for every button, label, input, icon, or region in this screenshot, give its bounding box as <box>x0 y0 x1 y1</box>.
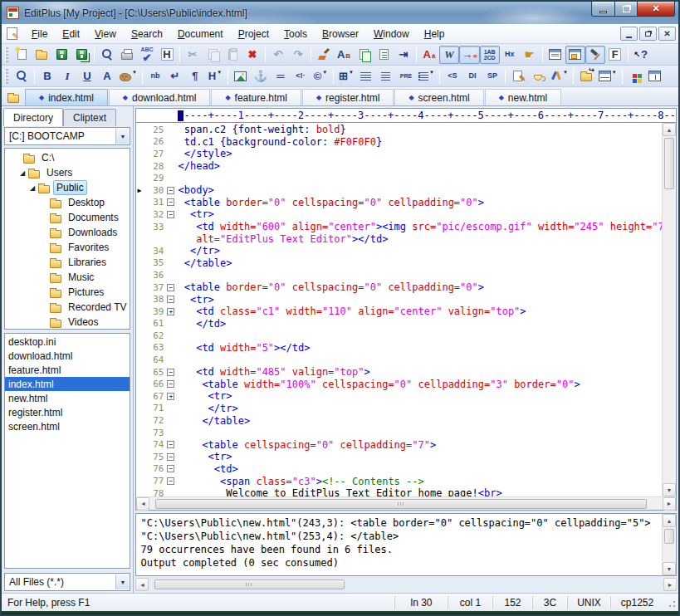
copy-html-button[interactable] <box>354 46 374 64</box>
image-button[interactable] <box>231 67 251 86</box>
fold-collapse-icon[interactable]: − <box>167 284 174 291</box>
find-button[interactable]: AB <box>334 46 354 64</box>
file-item-desktopini[interactable]: desktop.ini <box>5 335 130 349</box>
auto-indent-button[interactable]: →= <box>459 46 480 64</box>
print-preview-button[interactable] <box>97 46 117 64</box>
document-menu-icon[interactable] <box>7 27 17 40</box>
fold-collapse-icon[interactable]: − <box>167 380 174 388</box>
project-folder-button[interactable] <box>3 89 23 105</box>
cliptext-window-button[interactable] <box>545 46 565 64</box>
word-wrap-button[interactable]: W <box>439 46 459 64</box>
toolbar-grip[interactable] <box>5 47 8 62</box>
output-text[interactable]: "C:\Users\Public\new.html"(243,3): <tabl… <box>136 514 662 575</box>
tree-expanded-icon[interactable]: ◢ <box>20 169 28 177</box>
heading-button[interactable]: H▼ <box>205 67 225 86</box>
menu-tools[interactable]: Tools <box>276 26 315 42</box>
user-tool-button[interactable]: ☛ <box>520 46 540 64</box>
directory-window-button[interactable] <box>565 46 585 64</box>
fold-collapse-icon[interactable]: − <box>167 441 174 448</box>
chevron-down-icon[interactable]: ▼ <box>115 129 129 144</box>
menu-browser[interactable]: Browser <box>315 26 366 42</box>
menu-window[interactable]: Window <box>366 26 417 42</box>
file-item-screenhtml[interactable]: screen.html <box>5 419 130 433</box>
fold-margin[interactable]: − <box>164 198 178 206</box>
split-window-button[interactable]: ▼ <box>596 67 619 86</box>
mdi-close-button[interactable]: ✕ <box>658 27 676 41</box>
file-item-featurehtml[interactable]: feature.html <box>5 363 130 377</box>
fold-margin[interactable]: − <box>164 380 178 388</box>
list-tag-button[interactable]: ▼ <box>416 67 437 86</box>
editor-hscroll-thumb[interactable] <box>155 499 648 509</box>
new-file-button[interactable] <box>12 46 32 64</box>
maximize-button[interactable] <box>615 2 638 17</box>
tree-item-c[interactable]: C:\ <box>5 150 130 165</box>
align-center-button[interactable] <box>376 67 396 86</box>
paste-button[interactable] <box>223 46 242 64</box>
save-all-button[interactable] <box>71 46 91 64</box>
context-help-button[interactable]: ↖? <box>631 46 651 64</box>
fold-collapse-icon[interactable]: − <box>167 296 174 303</box>
span-tag-button[interactable]: SP <box>482 67 502 86</box>
scroll-right-icon[interactable]: ► <box>663 578 677 591</box>
tab-index.html[interactable]: ◆index.html <box>25 89 108 105</box>
toolbar-grip[interactable] <box>5 69 8 84</box>
fold-collapse-icon[interactable]: − <box>167 211 174 218</box>
file-manager-button[interactable] <box>625 67 645 86</box>
fold-collapse-icon[interactable]: − <box>167 465 174 472</box>
bold-button[interactable]: B <box>37 67 57 86</box>
title-bar[interactable]: EditPlus [My Project] - [C:\Users\Public… <box>2 2 678 24</box>
fold-margin[interactable]: − <box>164 284 178 291</box>
tab-new.html[interactable]: ◆new.html <box>485 89 562 105</box>
fold-margin[interactable]: + <box>164 393 178 400</box>
close-button[interactable]: ✕ <box>638 2 675 17</box>
cut-button[interactable]: ✂ <box>183 46 203 64</box>
editor-vscroll-thumb[interactable] <box>664 138 674 189</box>
strike-tag-button[interactable]: <S <box>443 67 462 86</box>
fold-expand-icon[interactable]: + <box>167 393 174 400</box>
tab-register.html[interactable]: ◆register.html <box>302 89 394 105</box>
html-document-button[interactable]: H <box>157 46 177 64</box>
fold-collapse-icon[interactable]: − <box>167 477 174 485</box>
color-palette-button[interactable]: ▼ <box>117 67 139 86</box>
output-vscroll-thumb[interactable] <box>664 529 674 544</box>
fold-collapse-icon[interactable]: − <box>167 187 174 194</box>
file-item-registerhtml[interactable]: register.html <box>5 405 130 419</box>
mdi-minimize-button[interactable] <box>620 27 638 41</box>
new-folder-button[interactable] <box>576 67 596 86</box>
comment-button[interactable]: <!· <box>291 67 311 86</box>
save-file-button[interactable] <box>51 46 71 64</box>
pre-tag-button[interactable]: PRE <box>396 67 416 86</box>
font-tag-button[interactable]: A <box>97 67 117 86</box>
fold-collapse-icon[interactable]: − <box>167 369 174 376</box>
scroll-left-icon[interactable]: ◄ <box>136 497 149 511</box>
syntax-color-button[interactable]: ▼ <box>548 67 570 86</box>
tab-cliptext[interactable]: Cliptext <box>63 109 116 126</box>
tree-item-recordedtv[interactable]: Recorded TV <box>5 300 130 315</box>
tab-screen.html[interactable]: ◆screen.html <box>394 89 483 105</box>
scroll-left-icon[interactable]: ◄ <box>135 578 149 591</box>
fold-collapse-icon[interactable]: − <box>167 198 174 206</box>
fold-margin[interactable]: − <box>164 187 178 194</box>
tree-item-public[interactable]: ◢Public <box>5 180 130 195</box>
minimize-button[interactable] <box>591 2 615 17</box>
tree-item-pictures[interactable]: Pictures <box>5 285 130 300</box>
output-vertical-scrollbar[interactable]: ▲ ▼ <box>662 514 676 575</box>
tree-item-videos[interactable]: Videos <box>5 315 130 330</box>
view-in-browser-button[interactable] <box>12 67 32 86</box>
resize-grip[interactable] <box>665 597 677 609</box>
menu-view[interactable]: View <box>87 26 124 42</box>
font-button[interactable]: Aā <box>419 46 439 64</box>
tree-item-desktop[interactable]: Desktop <box>5 195 130 210</box>
document-template-button[interactable] <box>374 46 394 64</box>
fold-margin[interactable]: − <box>164 453 178 461</box>
menu-help[interactable]: Help <box>417 26 453 42</box>
special-character-button[interactable]: ©▼ <box>311 67 330 86</box>
mdi-restore-button[interactable] <box>639 27 657 41</box>
menu-search[interactable]: Search <box>124 26 170 42</box>
non-breaking-space-button[interactable]: nb <box>145 67 165 86</box>
underline-button[interactable]: U <box>77 67 97 86</box>
line-numbers-button[interactable]: 1AB2CD <box>480 46 500 64</box>
chevron-down-icon[interactable]: ▼ <box>115 574 129 589</box>
fold-margin[interactable]: − <box>164 369 178 376</box>
tree-item-music[interactable]: Music <box>5 270 130 285</box>
